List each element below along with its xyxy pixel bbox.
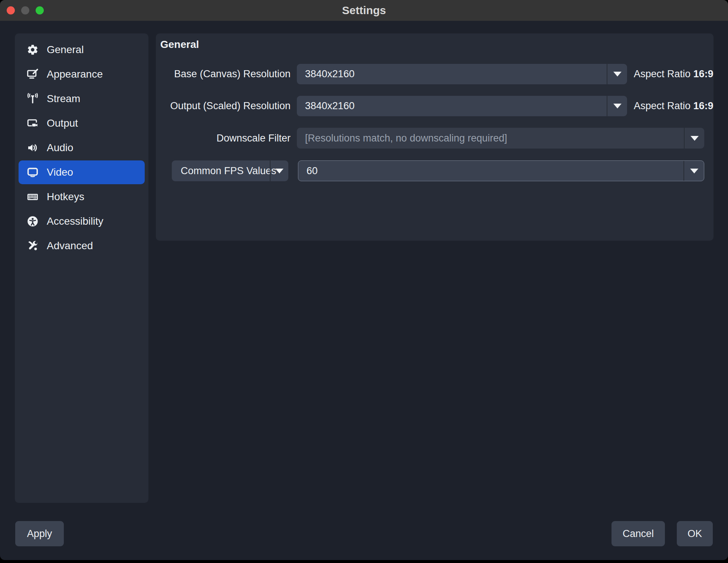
sidebar-item-stream[interactable]: Stream — [19, 87, 145, 111]
video-icon — [27, 166, 39, 178]
aspect-ratio-label: Aspect Ratio — [634, 100, 693, 112]
base-resolution-dropdown-button[interactable] — [607, 64, 627, 84]
downscale-filter-combobox: [Resolutions match, no downscaling requi… — [297, 128, 704, 149]
sidebar-item-video[interactable]: Video — [19, 160, 145, 184]
fps-value-dropdown-button[interactable] — [683, 161, 704, 181]
sidebar-item-label: Audio — [47, 142, 73, 154]
aspect-ratio-label: Aspect Ratio — [634, 68, 693, 80]
sidebar-item-general[interactable]: General — [19, 38, 145, 62]
sidebar-item-label: Output — [47, 117, 78, 129]
sidebar-item-label: Video — [47, 166, 73, 178]
settings-sidebar: General Appearance Stream Output Audio — [15, 33, 148, 503]
output-resolution-value: 3840x2160 — [305, 96, 355, 116]
base-aspect-ratio: Aspect Ratio 16:9 — [634, 64, 714, 84]
fps-type-selector-label: Common FPS Values — [181, 160, 276, 181]
ok-button[interactable]: OK — [677, 521, 713, 546]
titlebar: Settings — [0, 0, 728, 21]
sidebar-item-label: Appearance — [47, 68, 103, 80]
settings-window: Settings General Appearance Stream — [0, 0, 728, 560]
base-resolution-label: Base (Canvas) Resolution — [156, 64, 291, 84]
window-title: Settings — [0, 0, 728, 21]
fps-value: 60 — [306, 161, 318, 181]
video-settings-panel: General Base (Canvas) Resolution 3840x21… — [156, 33, 714, 241]
keyboard-icon — [27, 191, 39, 203]
output-resolution-label: Output (Scaled) Resolution — [156, 96, 291, 116]
output-icon — [27, 117, 39, 129]
apply-button[interactable]: Apply — [15, 521, 64, 546]
gear-icon — [27, 44, 39, 56]
chevron-down-icon — [275, 169, 283, 173]
aspect-ratio-value: 16:9 — [693, 68, 714, 80]
fps-type-dropdown-button[interactable] — [270, 160, 288, 181]
sidebar-item-accessibility[interactable]: Accessibility — [19, 209, 145, 233]
advanced-icon — [27, 240, 39, 252]
sidebar-item-label: Stream — [47, 93, 80, 105]
stream-icon — [27, 93, 39, 105]
sidebar-item-label: Accessibility — [47, 215, 103, 227]
cancel-button[interactable]: Cancel — [611, 521, 665, 546]
output-resolution-dropdown-button[interactable] — [607, 96, 627, 116]
sidebar-item-output[interactable]: Output — [19, 111, 145, 135]
downscale-filter-value: [Resolutions match, no downscaling requi… — [305, 128, 507, 149]
sidebar-item-hotkeys[interactable]: Hotkeys — [19, 185, 145, 209]
chevron-down-icon — [690, 169, 698, 173]
appearance-icon — [27, 68, 39, 80]
sidebar-item-advanced[interactable]: Advanced — [19, 234, 145, 258]
sidebar-item-audio[interactable]: Audio — [19, 136, 145, 160]
output-resolution-combobox[interactable]: 3840x2160 — [297, 96, 627, 116]
downscale-filter-dropdown-button — [684, 128, 704, 149]
audio-icon — [27, 142, 39, 154]
base-resolution-combobox[interactable]: 3840x2160 — [297, 64, 627, 84]
sidebar-item-label: Advanced — [47, 240, 93, 252]
fps-type-selector-button[interactable]: Common FPS Values — [172, 160, 288, 181]
fps-value-combobox[interactable]: 60 — [298, 160, 704, 181]
chevron-down-icon — [613, 104, 622, 108]
sidebar-item-label: Hotkeys — [47, 191, 84, 203]
sidebar-item-appearance[interactable]: Appearance — [19, 62, 145, 86]
section-title: General — [160, 39, 199, 51]
aspect-ratio-value: 16:9 — [693, 100, 714, 112]
accessibility-icon — [27, 215, 39, 227]
chevron-down-icon — [613, 72, 622, 77]
sidebar-item-label: General — [47, 44, 84, 56]
downscale-filter-label: Downscale Filter — [156, 128, 291, 149]
base-resolution-value: 3840x2160 — [305, 64, 355, 84]
output-aspect-ratio: Aspect Ratio 16:9 — [634, 96, 714, 116]
chevron-down-icon — [691, 136, 699, 141]
